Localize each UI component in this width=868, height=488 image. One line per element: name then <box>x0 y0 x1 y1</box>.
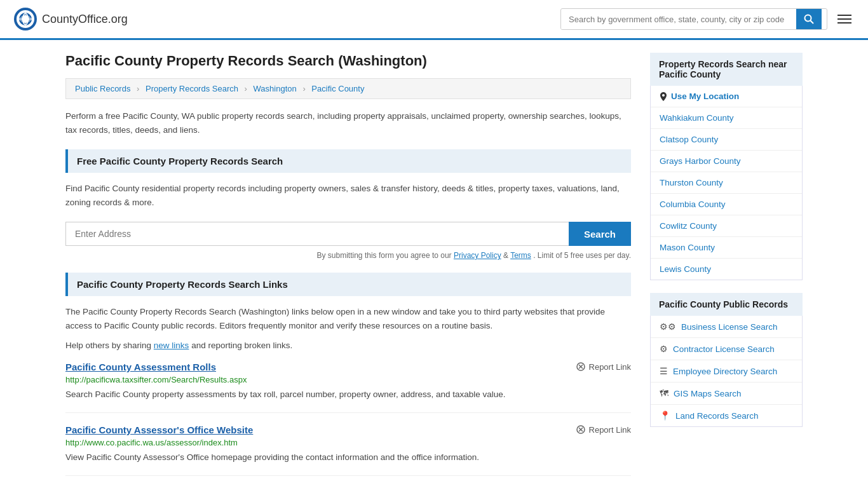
contractor-license-icon: ⚙ <box>660 344 668 354</box>
nearby-header: Property Records Search near Pacific Cou… <box>650 53 803 86</box>
cowlitz-county-link[interactable]: Cowlitz County <box>660 221 717 231</box>
svg-line-8 <box>811 21 814 24</box>
thurston-county-link[interactable]: Thurston County <box>660 178 723 187</box>
breadcrumb-pacific-county[interactable]: Pacific County <box>311 84 364 93</box>
wahkiakum-county-link[interactable]: Wahkiakum County <box>660 113 734 123</box>
report-icon <box>576 424 586 435</box>
record-item-header: Pacific County Assessment Rolls Report L… <box>65 362 631 372</box>
logo-area: CountyOffice.org <box>13 6 128 32</box>
lewis-county-link[interactable]: Lewis County <box>660 264 711 274</box>
record-url[interactable]: http://www.co.pacific.wa.us/assessor/ind… <box>65 438 631 447</box>
public-records-list: ⚙⚙ Business License Search ⚙ Contractor … <box>650 316 803 427</box>
nearby-counties-box: Property Records Search near Pacific Cou… <box>650 53 803 280</box>
address-input[interactable] <box>65 222 569 246</box>
page-title: Pacific County Property Records Search (… <box>65 53 631 69</box>
list-item: ⚙ Contractor License Search <box>651 338 802 360</box>
grays-harbor-county-link[interactable]: Grays Harbor County <box>660 156 741 166</box>
clatsop-county-link[interactable]: Clatsop County <box>660 135 718 144</box>
breadcrumb-sep: › <box>245 84 247 93</box>
public-records-box: Pacific County Public Records ⚙⚙ Busines… <box>650 293 803 427</box>
address-form: Search <box>65 222 631 246</box>
search-icon <box>804 14 814 24</box>
list-item: Grays Harbor County <box>651 151 802 172</box>
hamburger-line <box>837 15 851 16</box>
svg-point-7 <box>805 15 811 22</box>
breadcrumb-sep: › <box>302 84 305 93</box>
list-item: 📍 Land Records Search <box>651 405 802 426</box>
header-search-input[interactable] <box>561 10 796 29</box>
list-item: Wahkiakum County <box>651 107 802 129</box>
record-description: Search Pacific County property assessmen… <box>65 388 631 401</box>
list-item: Columbia County <box>651 194 802 215</box>
hamburger-line <box>837 18 851 20</box>
form-note: By submitting this form you agree to our… <box>65 251 631 260</box>
public-records-header: Pacific County Public Records <box>650 293 803 316</box>
links-section-header: Pacific County Property Records Search L… <box>65 273 631 296</box>
list-item: Thurston County <box>651 172 802 194</box>
report-link-button[interactable]: Report Link <box>576 362 631 372</box>
links-description: The Pacific County Property Records Sear… <box>65 305 631 332</box>
breadcrumb-sep: › <box>137 84 139 93</box>
record-url[interactable]: http://pacificwa.taxsifter.com/Search/Re… <box>65 375 631 384</box>
breadcrumb-public-records[interactable]: Public Records <box>75 84 130 93</box>
free-search-description: Find Pacific County residential property… <box>65 182 631 209</box>
new-links-text: Help others by sharing new links and rep… <box>65 341 631 350</box>
gis-maps-link[interactable]: GIS Maps Search <box>674 389 742 398</box>
hamburger-menu-button[interactable] <box>834 11 855 27</box>
employee-directory-link[interactable]: Employee Directory Search <box>673 367 777 376</box>
nearby-counties-list: Use My Location Wahkiakum County Clatsop… <box>650 86 803 280</box>
use-location-item: Use My Location <box>651 86 802 107</box>
list-item: Clatsop County <box>651 129 802 151</box>
list-item: Cowlitz County <box>651 215 802 237</box>
privacy-policy-link[interactable]: Privacy Policy <box>454 251 501 260</box>
free-search-section-header: Free Pacific County Property Records Sea… <box>65 149 631 173</box>
logo-icon <box>13 6 38 32</box>
logo-text: CountyOffice.org <box>42 13 128 26</box>
contractor-license-link[interactable]: Contractor License Search <box>673 344 775 354</box>
header-search-button[interactable] <box>796 9 822 29</box>
header-right <box>560 8 855 30</box>
breadcrumb: Public Records › Property Records Search… <box>65 78 631 99</box>
record-item-title[interactable]: Pacific County Assessor's Office Website <box>65 424 253 435</box>
record-item: Pacific County Assessment Rolls Report L… <box>65 362 631 413</box>
report-icon <box>576 362 586 372</box>
sidebar: Property Records Search near Pacific Cou… <box>650 53 803 487</box>
content-area: Pacific County Property Records Search (… <box>65 53 631 487</box>
breadcrumb-washington[interactable]: Washington <box>254 84 297 93</box>
gis-maps-icon: 🗺 <box>660 388 668 398</box>
header-search-bar <box>560 8 827 30</box>
list-item: ☰ Employee Directory Search <box>651 360 802 383</box>
breadcrumb-property-records-search[interactable]: Property Records Search <box>146 84 238 93</box>
list-item: ⚙⚙ Business License Search <box>651 316 802 338</box>
mason-county-link[interactable]: Mason County <box>660 243 715 252</box>
page-description: Perform a free Pacific County, WA public… <box>65 109 631 137</box>
record-description: View Pacific County Assessor's Office ho… <box>65 451 631 464</box>
business-license-link[interactable]: Business License Search <box>681 322 778 332</box>
list-item: Lewis County <box>651 259 802 280</box>
location-pin-icon <box>660 92 667 101</box>
land-records-link[interactable]: Land Records Search <box>675 411 759 421</box>
report-link-button[interactable]: Report Link <box>576 424 631 435</box>
new-links-link[interactable]: new links <box>154 341 189 350</box>
list-item: 🗺 GIS Maps Search <box>651 383 802 405</box>
columbia-county-link[interactable]: Columbia County <box>660 200 726 209</box>
list-item: Mason County <box>651 237 802 259</box>
site-header: CountyOffice.org <box>0 0 868 40</box>
hamburger-line <box>837 22 851 24</box>
address-search-button[interactable]: Search <box>569 222 631 246</box>
use-location-link[interactable]: Use My Location <box>671 92 739 101</box>
employee-directory-icon: ☰ <box>660 366 668 376</box>
business-license-icon: ⚙⚙ <box>660 322 676 332</box>
land-records-icon: 📍 <box>660 410 670 421</box>
record-item-header: Pacific County Assessor's Office Website… <box>65 424 631 435</box>
terms-link[interactable]: Terms <box>510 251 531 260</box>
record-item-title[interactable]: Pacific County Assessment Rolls <box>65 362 216 372</box>
record-item: Pacific County Assessor's Office Website… <box>65 424 631 476</box>
main-container: Pacific County Property Records Search (… <box>53 40 815 488</box>
